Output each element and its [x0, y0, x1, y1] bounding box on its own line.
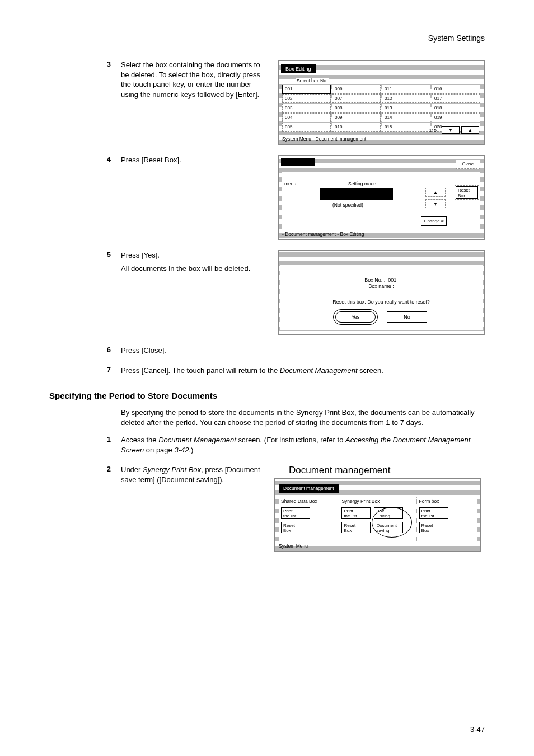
screen2-footer: - Document management - Box Editing: [282, 231, 364, 237]
screen4-shared-title: Shared Data Box: [281, 498, 336, 504]
screen2-up-button[interactable]: ▲: [425, 188, 446, 197]
sp-step1-it3: 3-42: [174, 446, 189, 454]
screen4-synergy-reset-box[interactable]: ResetBox: [341, 522, 371, 533]
screen4-form-reset-box[interactable]: ResetBox: [419, 522, 448, 533]
screen2-down-button[interactable]: ▼: [425, 199, 446, 208]
cell-001[interactable]: 001: [282, 85, 331, 94]
screen1-tab: Box Editing: [281, 64, 316, 73]
cell-015[interactable]: 015: [382, 123, 430, 132]
cell-012[interactable]: 012: [382, 94, 430, 103]
sp-step1-number: 1: [49, 435, 121, 444]
cell-010[interactable]: 010: [332, 123, 381, 132]
screen4-synergy-document-saving[interactable]: Documentsaving: [374, 522, 403, 533]
cell-004[interactable]: 004: [282, 113, 331, 122]
screen4-tab: Document management: [279, 484, 339, 493]
screen4-synergy-title: Synergy Print Box: [341, 498, 414, 504]
cell-006[interactable]: 006: [332, 85, 381, 94]
step7-pre: Press [Cancel]. The touch panel will ret…: [121, 366, 280, 375]
step7-number: 7: [49, 366, 121, 374]
sp-step2-it1: Synergy Print Box: [143, 465, 201, 474]
sp-step1-mid: screen. (For instructions, refer to: [236, 436, 345, 444]
screen1-subtitle: Select box No.: [296, 78, 329, 83]
screen3-boxno-label: Box No. :: [364, 277, 387, 283]
step5-line2: All documents in the box will be deleted…: [121, 264, 270, 274]
cell-003[interactable]: 003: [282, 104, 331, 113]
screen4-synergy-print-list[interactable]: Printthe list: [341, 507, 371, 519]
step7-text: Press [Cancel]. The touch panel will ret…: [121, 366, 485, 376]
screen1-page-down[interactable]: ▼: [442, 126, 460, 134]
cell-002[interactable]: 002: [282, 94, 331, 103]
screen3-box-name: Box name :: [280, 283, 483, 289]
step3-number: 3: [49, 60, 121, 68]
screen-reset-box: Close menu Setting mode (Not specified) …: [278, 155, 485, 240]
header-rule: [49, 46, 485, 46]
screen4-synergy-box-editing[interactable]: BoxEditing: [374, 507, 403, 519]
page-header: System Settings: [49, 34, 485, 43]
step5-line1: Press [Yes].: [121, 250, 270, 260]
page-number: 3-47: [470, 725, 485, 734]
cell-011[interactable]: 011: [382, 85, 430, 94]
screen2-close-button[interactable]: Close: [456, 160, 480, 169]
screen4-form-print-list[interactable]: Printthe list: [419, 507, 448, 519]
sp-step2-text: Under Synergy Print Box, press [Document…: [121, 465, 274, 484]
step6-number: 6: [49, 346, 121, 354]
step5-text: Press [Yes]. All documents in the box wi…: [121, 250, 278, 277]
sp-step2-number: 2: [49, 465, 121, 473]
section-heading: Specifying the Period to Store Documents: [49, 391, 485, 400]
cell-007[interactable]: 007: [332, 94, 381, 103]
sp-step2-pre: Under: [121, 465, 143, 474]
screen3-boxno-value: 001: [387, 277, 398, 283]
screen1-table: 001 002 003 004 005 006 007 008 009 010: [282, 85, 480, 132]
sp-step1-it1: Document Management: [158, 436, 236, 444]
screen1-footer: System Menu - Document management: [282, 136, 366, 142]
sp-step1-pre: Access the: [121, 436, 158, 444]
screen2-tab: [281, 158, 315, 166]
sp-step1-post: .): [189, 446, 193, 454]
cell-017[interactable]: 017: [432, 94, 480, 103]
screen1-pager-text: 1/ 5: [429, 128, 437, 133]
screen4-footer: System Menu: [279, 543, 308, 549]
screen2-menu-label: menu: [284, 181, 296, 186]
screen2-reset-box-button[interactable]: ResetBox: [456, 186, 478, 199]
cell-019[interactable]: 019: [432, 113, 480, 122]
cell-013[interactable]: 013: [382, 104, 430, 113]
cell-005[interactable]: 005: [282, 123, 331, 132]
screen4-big-title: Document management: [289, 465, 481, 476]
sp-step1-text: Access the Document Management screen. (…: [121, 435, 485, 455]
cell-014[interactable]: 014: [382, 113, 430, 122]
cell-008[interactable]: 008: [332, 104, 381, 113]
screen4-shared-reset-box[interactable]: ResetBox: [281, 522, 310, 533]
section-paragraph: By specifying the period to store the do…: [121, 408, 479, 427]
screen-confirm-reset: Box No. : 001 Box name : Reset this box.…: [278, 250, 485, 335]
screen2-not-specified: (Not specified): [332, 202, 363, 208]
screen3-question: Reset this box. Do you really want to re…: [280, 299, 483, 305]
screen1-page-up[interactable]: ▲: [461, 126, 479, 134]
screen-box-editing: Box Editing Select box No. 001 002 003 0…: [278, 60, 485, 145]
screen2-change-button[interactable]: Change #: [421, 216, 447, 226]
step7-post: screen.: [358, 366, 383, 375]
screen3-box-no: Box No. : 001: [280, 277, 483, 283]
screen2-selected-box[interactable]: [320, 188, 393, 200]
step4-text: Press [Reset Box].: [121, 155, 278, 165]
cell-016[interactable]: 016: [432, 85, 480, 94]
step6-text: Press [Close].: [121, 346, 485, 356]
step4-number: 4: [49, 155, 121, 164]
step5-number: 5: [49, 250, 121, 259]
screen2-setting-mode: Setting mode: [348, 181, 376, 186]
cell-018[interactable]: 018: [432, 104, 480, 113]
screen-document-management: Document management Shared Data Box Prin…: [274, 478, 481, 552]
screen4-form-title: Form box: [419, 498, 475, 504]
sp-step1-mid2: on page: [144, 446, 174, 454]
step3-text: Select the box containing the documents …: [121, 60, 278, 99]
cell-009[interactable]: 009: [332, 113, 381, 122]
screen4-shared-print-list[interactable]: Printthe list: [281, 507, 310, 519]
screen3-no-button[interactable]: No: [387, 311, 427, 323]
step7-italic: Document Management: [280, 366, 358, 375]
screen3-yes-button[interactable]: Yes: [335, 311, 376, 323]
